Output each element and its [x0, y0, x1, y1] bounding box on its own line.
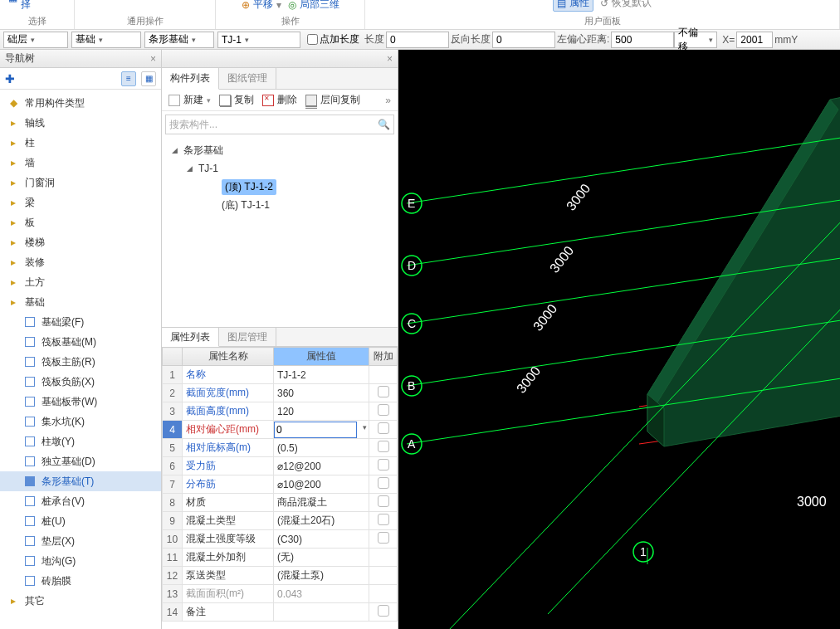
btn-select-by-prop[interactable]: ▦按属性选择 — [8, 0, 66, 12]
view-grid-icon[interactable]: ▦ — [141, 71, 156, 86]
svg-text:C: C — [408, 317, 416, 330]
prop-row[interactable]: 13截面面积(m²)0.043 — [163, 585, 398, 603]
nav-item[interactable]: 柱墩(Y) — [0, 432, 161, 451]
nav-item[interactable]: ▸门窗洞 — [0, 173, 161, 193]
nav-item[interactable]: ▸楼梯 — [0, 232, 161, 252]
view-list-icon[interactable]: ≡ — [121, 71, 136, 86]
tree-tj1[interactable]: ◢TJ-1 — [172, 159, 398, 178]
prop-row[interactable]: 3截面高度(mm)120 — [163, 402, 398, 421]
btn-properties[interactable]: ▤属性 — [553, 0, 593, 12]
btn-restore[interactable]: ↺恢复默认 — [600, 0, 652, 12]
nav-item[interactable]: ▸其它 — [0, 591, 161, 611]
tab-layer-mgr[interactable]: 图层管理 — [219, 328, 276, 346]
prop-row[interactable]: 7分布筋⌀10@200 — [163, 475, 398, 494]
combo-shift[interactable]: 不偏移 — [674, 32, 717, 48]
tab-prop-list[interactable]: 属性列表 — [162, 328, 219, 347]
nav-item[interactable]: 集水坑(K) — [0, 412, 161, 432]
btn-layer-copy[interactable]: 层间复制 — [305, 93, 360, 107]
col-extra: 附加 — [369, 348, 398, 366]
btn-delete[interactable]: 删除 — [262, 93, 297, 107]
comp-tabs: 构件列表 图纸管理 — [162, 68, 398, 90]
ribbon-group-select: 选择 — [28, 15, 46, 27]
search-icon: 🔍 — [378, 119, 390, 130]
nav-item[interactable]: 砖胎膜 — [0, 571, 161, 591]
nav-item[interactable]: 筏板负筋(X) — [0, 372, 161, 392]
combo-floor[interactable]: 础层 — [3, 32, 68, 48]
svg-text:B: B — [408, 379, 415, 393]
svg-text:E: E — [408, 197, 415, 210]
nav-item[interactable]: ▸柱 — [0, 133, 161, 153]
viewport-svg: AB3000C3000D3000E3000 1 3000 — [398, 50, 840, 629]
lbl-revlen: 反向长度 — [451, 32, 491, 46]
tree-root[interactable]: ◢条形基础 — [172, 141, 398, 159]
nav-item[interactable]: 筏板主筋(R) — [0, 352, 161, 372]
nav-item[interactable]: ▸土方 — [0, 272, 161, 292]
btn-local3d[interactable]: ◎局部三维 — [288, 0, 339, 12]
svg-text:3000: 3000 — [514, 363, 543, 396]
close-icon[interactable]: × — [387, 53, 393, 65]
btn-new[interactable]: 新建▾ — [168, 93, 211, 107]
comp-toolbar: 新建▾ 复制 删除 层间复制 » — [162, 90, 398, 111]
nav-item[interactable]: 桩(U) — [0, 511, 161, 531]
nav-item[interactable]: 条形基础(T) — [0, 471, 161, 491]
ribbon: ▦按属性选择 选择 通用操作 ⊕平移▾ ◎局部三维 操作 ▤属性 ↺恢复默认 用… — [0, 0, 840, 30]
ribbon-group-general: 通用操作 — [127, 15, 164, 27]
prop-row[interactable]: 2截面宽度(mm)360 — [163, 384, 398, 402]
nav-item[interactable]: ▸梁 — [0, 193, 161, 212]
nav-item[interactable]: ▸墙 — [0, 153, 161, 173]
chk-point-add[interactable]: 点加长度 — [307, 32, 359, 46]
nav-item[interactable]: 筏板基础(M) — [0, 332, 161, 352]
combo-category[interactable]: 基础 — [71, 32, 141, 48]
prop-row[interactable]: 8材质商品混凝土 — [163, 494, 398, 512]
col-propval: 属性值 — [274, 348, 369, 366]
col-propname: 属性名称 — [183, 348, 274, 366]
prop-row[interactable]: 14备注 — [163, 603, 398, 622]
nav-item[interactable]: 基础板带(W) — [0, 392, 161, 412]
prop-row[interactable]: 4相对偏心距(mm) — [163, 421, 398, 439]
nav-item[interactable]: 地沟(G) — [0, 551, 161, 571]
nav-item[interactable]: ◆常用构件类型 — [0, 93, 161, 113]
more-icon[interactable]: » — [385, 95, 391, 106]
lbl-offset: 左偏心距离: — [557, 32, 609, 46]
tree-tj1-1[interactable]: (底) TJ-1-1 — [172, 196, 398, 214]
tab-component-list[interactable]: 构件列表 — [162, 68, 219, 90]
close-icon[interactable]: × — [150, 53, 156, 65]
svg-text:D: D — [408, 259, 416, 272]
prop-edit-input[interactable] — [274, 422, 357, 438]
input-length[interactable]: 0 — [386, 32, 449, 48]
nav-item[interactable]: ▸装修 — [0, 252, 161, 272]
mid-header: × — [162, 50, 398, 68]
tree-tj1-2[interactable]: (顶) TJ-1-2 — [172, 178, 398, 196]
btn-copy[interactable]: 复制 — [219, 93, 254, 107]
ribbon-group-op: 操作 — [281, 15, 300, 27]
nav-item[interactable]: ▸轴线 — [0, 113, 161, 133]
nav-item[interactable]: ▸板 — [0, 212, 161, 232]
lbl-length: 长度 — [364, 32, 384, 46]
svg-text:3000: 3000 — [547, 243, 576, 275]
mid-panel: × 构件列表 图纸管理 新建▾ 复制 删除 层间复制 » 搜索构件...🔍 ◢条… — [162, 50, 398, 629]
prop-row[interactable]: 1名称TJ-1-2 — [163, 366, 398, 384]
btn-move[interactable]: ⊕平移▾ — [242, 0, 281, 12]
input-x[interactable]: 2001 — [736, 32, 773, 48]
prop-row[interactable]: 9混凝土类型(混凝土20石) — [163, 512, 398, 530]
prop-row[interactable]: 12泵送类型(混凝土泵) — [163, 567, 398, 585]
prop-row[interactable]: 11混凝土外加剂(无) — [163, 549, 398, 567]
combo-type[interactable]: 条形基础 — [144, 32, 214, 48]
nav-item[interactable]: 桩承台(V) — [0, 491, 161, 511]
input-offset[interactable]: 500 — [611, 32, 674, 48]
nav-item[interactable]: ▸基础 — [0, 292, 161, 312]
search-input[interactable]: 搜索构件...🔍 — [165, 115, 394, 134]
input-revlen[interactable]: 0 — [492, 32, 555, 48]
lbl-unit: mmY — [774, 34, 798, 46]
combo-component[interactable]: TJ-1 — [217, 32, 300, 48]
svg-text:3000: 3000 — [530, 301, 559, 334]
prop-row[interactable]: 10混凝土强度等级(C30) — [163, 530, 398, 549]
prop-row[interactable]: 6受力筋⌀12@200 — [163, 457, 398, 475]
nav-item[interactable]: 垫层(X) — [0, 531, 161, 551]
prop-row[interactable]: 5相对底标高(m)(0.5) — [163, 439, 398, 457]
viewport-3d[interactable]: AB3000C3000D3000E3000 1 3000 — [398, 50, 840, 629]
tab-drawing-mgr[interactable]: 图纸管理 — [219, 68, 276, 89]
nav-item[interactable]: 独立基础(D) — [0, 451, 161, 471]
add-icon[interactable]: ✚ — [5, 72, 15, 85]
nav-item[interactable]: 基础梁(F) — [0, 312, 161, 332]
